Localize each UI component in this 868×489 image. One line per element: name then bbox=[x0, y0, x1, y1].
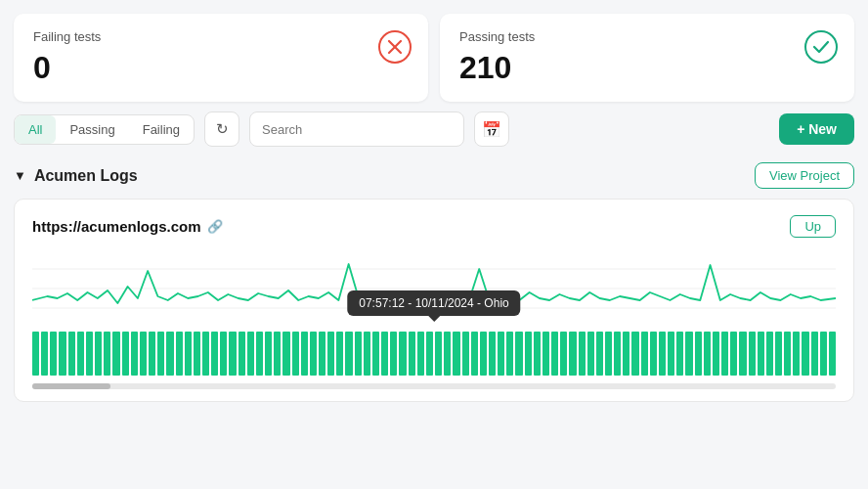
bar-item bbox=[695, 332, 702, 376]
new-button[interactable]: + New bbox=[779, 113, 854, 145]
new-button-label: + New bbox=[797, 121, 837, 137]
bar-item bbox=[758, 332, 764, 376]
bar-item bbox=[176, 332, 183, 376]
passing-icon bbox=[803, 29, 839, 65]
bar-item bbox=[829, 332, 836, 376]
bar-item bbox=[86, 332, 93, 376]
monitor-url-text: https://acumenlogs.com bbox=[32, 218, 201, 235]
svg-point-3 bbox=[805, 31, 837, 63]
bar-item bbox=[471, 332, 478, 376]
failing-card-value: 0 bbox=[33, 50, 409, 86]
bar-item bbox=[239, 332, 245, 376]
filter-all-button[interactable]: All bbox=[15, 115, 56, 144]
bar-item bbox=[784, 332, 791, 376]
bar-chart-container bbox=[32, 332, 836, 376]
bar-item bbox=[462, 332, 469, 376]
project-title-group: ▼ Acumen Logs bbox=[14, 167, 138, 185]
bar-item bbox=[730, 332, 737, 376]
bar-item bbox=[345, 332, 352, 376]
bar-item bbox=[41, 332, 48, 376]
bar-item bbox=[229, 332, 236, 376]
filter-passing-button[interactable]: Passing bbox=[56, 115, 128, 144]
bar-item bbox=[301, 332, 308, 376]
bar-item bbox=[390, 332, 397, 376]
calendar-button[interactable]: 📅 bbox=[474, 111, 509, 147]
bar-item bbox=[515, 332, 522, 376]
failing-icon bbox=[377, 29, 412, 65]
bar-item bbox=[381, 332, 388, 376]
bar-item bbox=[282, 332, 289, 376]
bar-item bbox=[364, 332, 370, 376]
bar-item bbox=[811, 332, 818, 376]
bar-item bbox=[587, 332, 594, 376]
bar-item bbox=[50, 332, 57, 376]
bar-item bbox=[739, 332, 746, 376]
bar-item bbox=[426, 332, 433, 376]
bar-item bbox=[551, 332, 558, 376]
search-box bbox=[249, 111, 464, 147]
bar-item bbox=[579, 332, 586, 376]
search-input[interactable] bbox=[262, 122, 452, 137]
bar-item bbox=[668, 332, 674, 376]
bar-item bbox=[220, 332, 227, 376]
refresh-icon: ↻ bbox=[216, 120, 229, 138]
passing-card-title: Passing tests bbox=[459, 29, 835, 44]
bar-item bbox=[596, 332, 603, 376]
bar-item bbox=[194, 332, 200, 376]
bar-item bbox=[355, 332, 362, 376]
passing-tests-card: Passing tests 210 bbox=[440, 14, 854, 102]
bar-item bbox=[104, 332, 110, 376]
bar-item bbox=[623, 332, 629, 376]
project-section: ▼ Acumen Logs View Project https://acume… bbox=[0, 158, 868, 412]
bar-item bbox=[256, 332, 263, 376]
refresh-button[interactable]: ↻ bbox=[204, 111, 239, 147]
bar-item bbox=[68, 332, 75, 376]
line-chart-area: 07:57:12 - 10/11/2024 - Ohio bbox=[32, 249, 836, 389]
bar-item bbox=[480, 332, 487, 376]
bar-item bbox=[274, 332, 281, 376]
bar-item bbox=[131, 332, 138, 376]
project-title-text: Acumen Logs bbox=[34, 167, 138, 185]
collapse-icon[interactable]: ▼ bbox=[14, 168, 26, 183]
bar-item bbox=[560, 332, 567, 376]
bar-item bbox=[444, 332, 451, 376]
bar-item bbox=[202, 332, 209, 376]
bar-item bbox=[149, 332, 155, 376]
bar-item bbox=[766, 332, 773, 376]
top-cards-section: Failing tests 0 Passing tests 210 bbox=[0, 0, 868, 111]
bar-item bbox=[327, 332, 334, 376]
bar-item bbox=[569, 332, 576, 376]
bar-item bbox=[59, 332, 65, 376]
bar-item bbox=[542, 332, 549, 376]
bar-item bbox=[211, 332, 218, 376]
bar-item bbox=[534, 332, 541, 376]
bar-item bbox=[489, 332, 496, 376]
scrollbar-thumb[interactable] bbox=[32, 383, 110, 389]
project-header: ▼ Acumen Logs View Project bbox=[14, 162, 854, 189]
bar-item bbox=[721, 332, 728, 376]
bar-item bbox=[614, 332, 621, 376]
scrollbar[interactable] bbox=[32, 383, 836, 389]
bar-item bbox=[112, 332, 119, 376]
status-badge: Up bbox=[790, 215, 836, 238]
filter-failing-button[interactable]: Failing bbox=[129, 115, 194, 144]
bar-item bbox=[292, 332, 299, 376]
bar-item bbox=[713, 332, 719, 376]
monitor-card-header: https://acumenlogs.com 🔗 Up bbox=[32, 215, 836, 238]
bar-item bbox=[336, 332, 343, 376]
bar-item bbox=[32, 332, 39, 376]
view-project-label: View Project bbox=[769, 168, 840, 183]
bar-item bbox=[820, 332, 827, 376]
bar-item bbox=[319, 332, 326, 376]
toolbar: All Passing Failing ↻ 📅 + New bbox=[0, 111, 868, 158]
view-project-button[interactable]: View Project bbox=[755, 162, 854, 189]
bar-item bbox=[641, 332, 648, 376]
bar-item bbox=[157, 332, 164, 376]
bar-item bbox=[605, 332, 612, 376]
bar-item bbox=[704, 332, 711, 376]
bar-item bbox=[166, 332, 173, 376]
bar-item bbox=[775, 332, 782, 376]
chart-tooltip: 07:57:12 - 10/11/2024 - Ohio bbox=[347, 290, 520, 316]
bar-item bbox=[506, 332, 513, 376]
bar-item bbox=[185, 332, 192, 376]
